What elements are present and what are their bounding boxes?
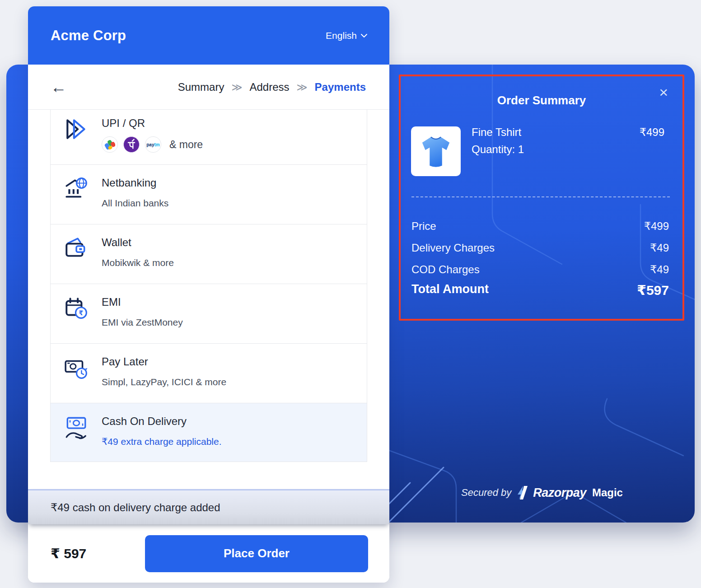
breadcrumb-step-address[interactable]: Address bbox=[249, 81, 289, 93]
upi-icon bbox=[64, 117, 88, 141]
payment-method-paylater[interactable]: Pay Later Simpl, LazyPay, ICICI & more bbox=[51, 344, 367, 403]
tshirt-image bbox=[416, 131, 456, 171]
payment-method-list: UPI / QR bbox=[50, 110, 367, 462]
emi-icon: ₹ bbox=[64, 296, 88, 320]
cod-charge-toast: ₹49 cash on delivery charge added bbox=[28, 489, 389, 524]
order-summary-title: Order Summary bbox=[401, 93, 682, 107]
summary-row-price: Price ₹499 bbox=[411, 220, 669, 233]
cod-extra-charge-note: ₹49 extra charge applicable. bbox=[102, 436, 222, 447]
payment-method-subtitle: EMI via ZestMoney bbox=[102, 317, 183, 328]
back-button[interactable]: ← bbox=[51, 79, 67, 95]
breadcrumb-separator-icon: ≫ bbox=[297, 81, 308, 93]
breadcrumb-step-payments[interactable]: Payments bbox=[315, 81, 366, 93]
payment-method-upi[interactable]: UPI / QR bbox=[51, 110, 367, 165]
breadcrumb-step-summary[interactable]: Summary bbox=[178, 81, 224, 93]
dashed-divider bbox=[411, 196, 670, 197]
card-footer: ₹ 597 Place Order bbox=[28, 524, 389, 583]
magic-label: Magic bbox=[592, 486, 623, 499]
summary-row-cod: COD Charges ₹49 bbox=[411, 263, 669, 276]
cod-icon bbox=[64, 415, 88, 439]
payment-method-wallet[interactable]: Wallet Mobikwik & more bbox=[51, 224, 367, 284]
payment-method-title: Wallet bbox=[102, 236, 174, 249]
chevron-down-icon bbox=[360, 33, 368, 38]
language-selector[interactable]: English bbox=[326, 30, 368, 41]
payment-method-subtitle: Mobikwik & more bbox=[102, 257, 174, 268]
secured-by-razorpay: Secured by Razorpay Magic bbox=[389, 483, 695, 503]
wallet-icon bbox=[64, 236, 88, 261]
razorpay-logo-icon bbox=[516, 485, 528, 500]
summary-row-delivery: Delivery Charges ₹49 bbox=[411, 242, 669, 254]
breadcrumb-steps: Summary ≫ Address ≫ Payments bbox=[178, 81, 366, 93]
paylater-icon bbox=[64, 355, 88, 380]
payment-method-netbanking[interactable]: Netbanking All Indian banks bbox=[51, 165, 367, 224]
order-summary-panel: Order Summary × Fine Tshirt Quantity: 1 … bbox=[399, 75, 684, 321]
product-price: ₹499 bbox=[640, 126, 664, 139]
close-icon[interactable]: × bbox=[659, 84, 668, 100]
payment-method-cod[interactable]: Cash On Delivery ₹49 extra charge applic… bbox=[51, 403, 367, 462]
svg-text:paytm: paytm bbox=[146, 142, 160, 147]
payment-method-title: UPI / QR bbox=[102, 117, 203, 130]
paytm-icon: paytm bbox=[145, 136, 161, 153]
payment-method-subtitle: All Indian banks bbox=[102, 198, 168, 209]
toast-message: ₹49 cash on delivery charge added bbox=[51, 501, 220, 514]
phonepe-icon bbox=[123, 136, 140, 153]
product-name: Fine Tshirt bbox=[472, 126, 521, 139]
upi-more-label: & more bbox=[169, 139, 203, 151]
language-label: English bbox=[326, 30, 357, 41]
razorpay-wordmark: Razorpay bbox=[533, 486, 586, 500]
payment-method-title: EMI bbox=[102, 296, 183, 308]
place-order-button[interactable]: Place Order bbox=[145, 535, 368, 572]
payment-method-title: Netbanking bbox=[102, 177, 168, 189]
checkout-card: Acme Corp English ← Summary ≫ Address ≫ … bbox=[28, 6, 389, 583]
breadcrumb: ← Summary ≫ Address ≫ Payments bbox=[28, 65, 389, 110]
svg-text:₹: ₹ bbox=[79, 309, 83, 317]
checkout-page: Secured by Razorpay Magic Acme Corp Engl… bbox=[0, 0, 701, 588]
product-image bbox=[411, 126, 461, 176]
netbanking-icon bbox=[64, 177, 88, 201]
total-amount-footer: ₹ 597 bbox=[51, 546, 86, 561]
gpay-icon bbox=[102, 136, 118, 153]
product-quantity: Quantity: 1 bbox=[472, 143, 524, 156]
summary-row-total: Total Amount ₹597 bbox=[411, 282, 669, 298]
payment-method-title: Pay Later bbox=[102, 355, 226, 368]
payment-method-subtitle: Simpl, LazyPay, ICICI & more bbox=[102, 377, 226, 387]
card-header: Acme Corp English bbox=[28, 6, 389, 65]
secured-by-label: Secured by bbox=[461, 487, 511, 499]
upi-apps: paytm & more bbox=[102, 136, 203, 153]
payment-method-emi[interactable]: ₹ EMI EMI via ZestMoney bbox=[51, 284, 367, 344]
payment-method-title: Cash On Delivery bbox=[102, 415, 222, 428]
breadcrumb-separator-icon: ≫ bbox=[231, 81, 242, 93]
merchant-name: Acme Corp bbox=[51, 28, 126, 44]
